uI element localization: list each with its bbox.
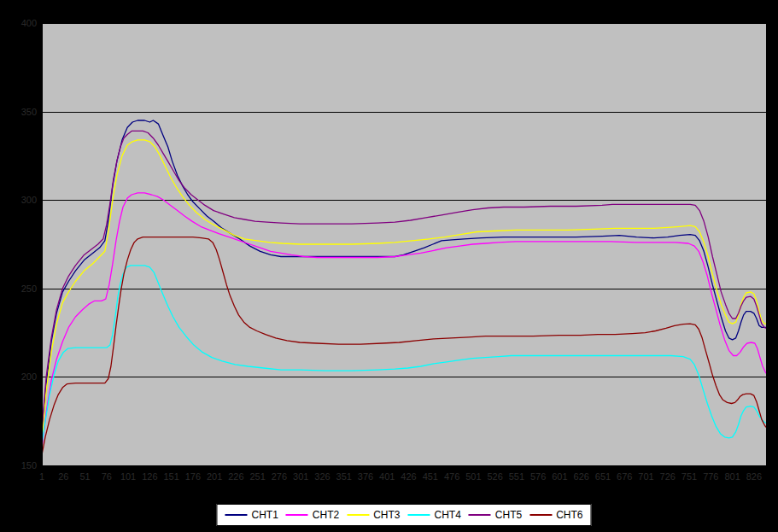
- legend-item-CHT4: CHT4: [408, 509, 461, 521]
- legend-label-CHT1: CHT1: [251, 509, 278, 521]
- y-tick-label-200: 200: [1, 371, 37, 383]
- legend-label-CHT3: CHT3: [373, 509, 400, 521]
- legend-item-CHT2: CHT2: [286, 509, 339, 521]
- plot-area: [42, 23, 767, 466]
- y-tick-label-350: 350: [1, 107, 37, 118]
- y-tick-label-250: 250: [1, 284, 37, 295]
- x-tick-label-826: 826: [740, 471, 769, 482]
- legend-line-sample-CHT2: [286, 514, 308, 516]
- y-tick-label-300: 300: [1, 195, 37, 206]
- legend: CHT1CHT2CHT3CHT4CHT5CHT6: [216, 504, 591, 526]
- y-tick-label-150: 150: [1, 460, 37, 471]
- legend-item-CHT5: CHT5: [469, 509, 522, 521]
- legend-line-sample-CHT5: [469, 514, 491, 516]
- legend-item-CHT6: CHT6: [529, 509, 582, 521]
- legend-label-CHT5: CHT5: [495, 509, 522, 521]
- legend-item-CHT1: CHT1: [225, 509, 278, 521]
- y-tick-label-400: 400: [1, 18, 37, 29]
- legend-line-sample-CHT4: [408, 514, 430, 516]
- plot-background: [42, 23, 766, 465]
- chart-canvas: 400350300250200150 126517610112615117620…: [0, 0, 778, 532]
- legend-item-CHT3: CHT3: [347, 509, 400, 521]
- legend-line-sample-CHT6: [529, 514, 552, 516]
- legend-line-sample-CHT3: [347, 514, 369, 516]
- legend-line-sample-CHT1: [225, 514, 247, 516]
- legend-label-CHT4: CHT4: [435, 509, 461, 521]
- legend-label-CHT6: CHT6: [556, 509, 582, 521]
- legend-label-CHT2: CHT2: [313, 509, 339, 521]
